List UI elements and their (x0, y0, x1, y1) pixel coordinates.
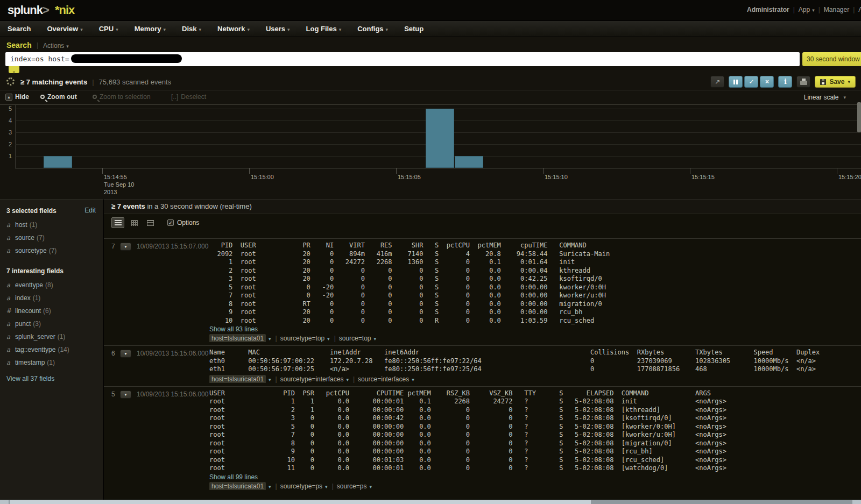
scroll-left-button[interactable] (0, 500, 9, 504)
event-expand-button[interactable]: ▾ (120, 391, 131, 399)
event-body: Name MAC inetAddr inet6Addr Collisions R… (209, 349, 861, 383)
host-tag[interactable]: host=tslsuricata01 (209, 482, 266, 490)
text-field-icon: a (6, 221, 15, 229)
hide-timeline-button[interactable]: ▴Hide (5, 93, 29, 101)
field-item-tag-eventtype[interactable]: atag::eventtype(14) (6, 346, 98, 353)
source-tag[interactable]: source=top (339, 335, 371, 342)
scale-picker[interactable]: Linear scale▾ (804, 94, 846, 101)
options-checkbox-icon[interactable]: ✓ (167, 219, 174, 226)
field-item-timestamp[interactable]: atimestamp(1) (6, 359, 98, 366)
divider: | (353, 375, 355, 383)
chevron-down-icon[interactable]: ▾ (346, 377, 349, 382)
search-assistant-toggle[interactable]: » (9, 66, 19, 73)
alerts-menu[interactable]: Alerts (858, 6, 861, 13)
top-bar: splunk> *nix Administrator|App▾|Manager|… (0, 0, 861, 20)
text-field-icon: a (6, 281, 15, 289)
user-menu[interactable]: Administrator (747, 6, 789, 13)
chevron-down-icon: ▾ (843, 95, 846, 100)
cancel-button[interactable]: × (760, 76, 774, 88)
host-tag[interactable]: host=tslsuricata01 (209, 375, 266, 383)
x-axis-date-label: Tue Sep 10 (104, 181, 134, 188)
chevron-down-icon: ▾ (812, 8, 815, 13)
field-item-linecount[interactable]: #linecount(6) (6, 307, 98, 315)
horizontal-scrollbar-thumb[interactable] (10, 500, 591, 504)
save-button[interactable]: Save ▾ (815, 76, 856, 88)
source-tag[interactable]: source=interfaces (358, 375, 409, 383)
source-tag[interactable]: source=ps (337, 482, 367, 490)
event-expand-button[interactable]: ▾ (120, 350, 131, 358)
chevron-down-icon[interactable]: ▾ (269, 377, 271, 382)
nav-item-network[interactable]: Network▾ (217, 25, 250, 33)
chevron-down-icon: ▾ (848, 79, 850, 84)
field-item-source[interactable]: asource(7) (6, 234, 98, 242)
app-menu[interactable]: App▾ (799, 6, 815, 13)
view-all-fields-link[interactable]: View all 37 fields (6, 375, 98, 382)
chevron-down-icon[interactable]: ▾ (325, 484, 328, 489)
finalize-button[interactable]: ✓ (744, 76, 758, 88)
nav-item-users[interactable]: Users▾ (266, 25, 290, 33)
chevron-down-icon[interactable]: ▾ (369, 484, 372, 489)
zoom-out-button[interactable]: Zoom out (40, 93, 77, 101)
sourcetype-tag[interactable]: sourcetype=top (280, 335, 324, 342)
manager-menu[interactable]: Manager (824, 6, 849, 13)
event-gutter: 7 ▾ 10/09/2013 15:15:07.000 (104, 242, 209, 342)
page-title: Search (6, 41, 32, 49)
nav-item-memory[interactable]: Memory▾ (135, 25, 166, 33)
text-field-icon: a (6, 294, 15, 302)
vertical-scrollbar-thumb[interactable] (857, 102, 861, 132)
search-input[interactable]: index=os host= (5, 52, 800, 66)
nav-item-cpu[interactable]: CPU▾ (99, 25, 118, 33)
print-button[interactable] (796, 76, 810, 88)
x-axis-tick (102, 168, 103, 174)
nav-item-overview[interactable]: Overview▾ (47, 25, 82, 33)
field-item-eventtype[interactable]: aeventtype(8) (6, 281, 98, 289)
edit-fields-link[interactable]: Edit (84, 207, 96, 214)
chevron-down-icon[interactable]: ▾ (327, 336, 330, 342)
chevron-down-icon[interactable]: ▾ (269, 336, 271, 342)
splunk-logo: splunk> *nix (8, 3, 74, 17)
event-timestamp: 10/09/2013 15:15:06.000 (137, 389, 208, 398)
job-inspector-button[interactable]: i (778, 76, 792, 88)
histogram-bar[interactable] (455, 156, 483, 168)
sourcetype-tag[interactable]: sourcetype=ps (280, 482, 322, 490)
actions-menu[interactable]: Actions▾ (43, 42, 69, 49)
nav-item-logfiles[interactable]: Log Files▾ (306, 25, 342, 33)
show-all-lines-link[interactable]: Show all 99 lines (209, 473, 861, 481)
chevron-down-icon[interactable]: ▾ (412, 377, 414, 382)
interesting-fields-title: 7 interesting fields (6, 267, 98, 275)
divider: | (793, 6, 795, 13)
text-field-icon: a (6, 346, 15, 353)
send-to-background-button[interactable]: ↗ (710, 76, 724, 88)
pause-button[interactable] (729, 76, 743, 88)
options-label[interactable]: Options (177, 219, 199, 226)
histogram-bar[interactable] (426, 109, 454, 168)
field-item-splunk-server[interactable]: asplunk_server(1) (6, 333, 98, 340)
redacted-host-value (71, 54, 182, 63)
event-expand-button[interactable]: ▾ (120, 243, 131, 251)
chevron-down-icon[interactable]: ▾ (269, 484, 271, 489)
nav-item-disk[interactable]: Disk▾ (182, 25, 201, 33)
horizontal-scrollbar[interactable] (0, 500, 861, 504)
histogram-bar[interactable] (44, 156, 72, 168)
scroll-right-button[interactable] (852, 500, 861, 504)
arrow-out-icon: ↗ (715, 78, 720, 86)
table-view-button[interactable] (144, 217, 157, 228)
nav-item-search[interactable]: Search (8, 25, 31, 33)
chevron-down-icon: ▾ (164, 27, 166, 32)
host-tag[interactable]: host=tslsuricata01 (209, 334, 266, 342)
show-all-lines-link[interactable]: Show all 93 lines (209, 325, 861, 333)
nav-item-configs[interactable]: Configs▾ (357, 25, 388, 33)
field-item-sourcetype[interactable]: asourcetype(7) (6, 247, 98, 254)
sourcetype-tag[interactable]: sourcetype=interfaces (280, 375, 344, 383)
chevron-down-icon[interactable]: ▾ (373, 336, 376, 342)
nav-item-setup[interactable]: Setup (404, 25, 424, 33)
field-item-punct[interactable]: apunct(3) (6, 320, 98, 328)
field-item-host[interactable]: ahost(1) (6, 221, 98, 229)
grid-view-button[interactable] (128, 217, 140, 228)
text-field-icon: a (6, 247, 15, 254)
list-view-button[interactable] (111, 217, 124, 228)
save-label: Save (829, 78, 844, 86)
time-range-picker[interactable]: 30 second window (real-time) (802, 52, 861, 66)
field-item-index[interactable]: aindex(1) (6, 294, 98, 302)
divider: | (92, 78, 94, 86)
